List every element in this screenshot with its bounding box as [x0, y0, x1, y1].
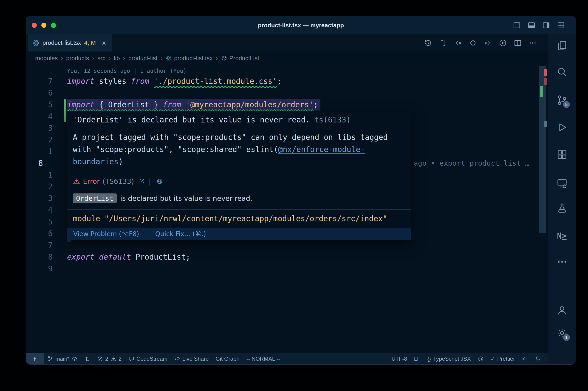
- encoding-label: UTF-8: [391, 356, 407, 362]
- lint-rule-link[interactable]: @nx/enforce-module-: [278, 145, 365, 154]
- timeline-history-icon[interactable]: [424, 39, 432, 47]
- toggle-change-icon[interactable]: [469, 39, 477, 47]
- comment-icon: [128, 356, 134, 362]
- activitybar-testing[interactable]: [557, 203, 568, 214]
- status-language-mode[interactable]: {}TypeScript JSX: [424, 353, 474, 364]
- status-problems[interactable]: 22: [94, 353, 125, 364]
- status-remote-indicator[interactable]: [26, 353, 44, 364]
- lint-message-line-1: A project tagged with "scope:products" c…: [73, 131, 405, 143]
- tab-problems-modified-badge: 4, M: [84, 39, 96, 46]
- prettier-label: Prettier: [497, 356, 515, 362]
- line-number: 6: [26, 87, 53, 99]
- activitybar-settings[interactable]: 1: [557, 328, 568, 339]
- status-vim-mode[interactable]: -- NORMAL --: [243, 353, 284, 364]
- divider: |: [149, 177, 151, 185]
- breadcrumb-item[interactable]: product-list.tsx: [166, 55, 213, 62]
- status-compare-changes[interactable]: [81, 353, 94, 364]
- line-number: 5: [26, 216, 53, 228]
- status-prettier[interactable]: ✓Prettier: [487, 353, 518, 364]
- language-mode-label: TypeScript JSX: [433, 356, 471, 362]
- tab-close-button[interactable]: ×: [102, 39, 106, 47]
- breadcrumb-label: ProductList: [230, 55, 259, 62]
- status-feedback[interactable]: [474, 353, 487, 364]
- errors-icon: [97, 356, 103, 362]
- code-token: export: [67, 252, 99, 261]
- title-bar: product-list.tsx — myreactapp: [26, 16, 576, 34]
- settings-badge: 1: [563, 334, 570, 341]
- next-change-icon[interactable]: [484, 39, 492, 47]
- activitybar-remote-explorer[interactable]: [557, 178, 568, 189]
- status-notifications[interactable]: [531, 353, 544, 364]
- code-line[interactable]: 7: [26, 239, 548, 251]
- activitybar-nx-console[interactable]: [557, 230, 568, 241]
- code-line[interactable]: 5import { OrderList } from '@myreactapp/…: [26, 99, 548, 110]
- activitybar-search[interactable]: [557, 66, 568, 77]
- codestream-label: CodeStream: [136, 356, 168, 362]
- toggle-panel-icon[interactable]: [528, 21, 535, 29]
- view-problem-button[interactable]: View Problem (⌥F8): [73, 230, 139, 238]
- open-external-icon[interactable]: [139, 178, 145, 185]
- line-number: 4: [26, 204, 53, 216]
- code-token: './product-list.module.css': [154, 77, 277, 86]
- run-debug-icon: [557, 122, 568, 133]
- status-git-graph[interactable]: Git Graph: [212, 353, 243, 364]
- status-codestream[interactable]: CodeStream: [125, 353, 171, 364]
- breadcrumb-item[interactable]: src: [97, 55, 105, 62]
- tab-product-list[interactable]: product-list.tsx 4, M ×: [28, 34, 112, 51]
- code-editor[interactable]: You, 12 seconds ago | 1 author (You) 7im…: [26, 65, 548, 353]
- zoom-window-button[interactable]: [51, 23, 56, 28]
- megaphone-icon: [522, 356, 528, 362]
- activitybar-extensions[interactable]: [557, 149, 568, 160]
- breadcrumb-item[interactable]: products: [66, 55, 89, 62]
- vim-mode-label: -- NORMAL --: [247, 356, 280, 362]
- code-line[interactable]: 8export default ProductList;: [26, 251, 548, 263]
- activitybar-accounts[interactable]: [557, 305, 568, 316]
- split-editor-icon[interactable]: [513, 39, 522, 47]
- warning-count: 2: [118, 356, 121, 362]
- code-line[interactable]: 6: [26, 87, 548, 99]
- activitybar-run-and-debug[interactable]: [557, 122, 568, 133]
- run-file-icon[interactable]: [499, 39, 507, 47]
- line-number: 4: [26, 110, 53, 122]
- code-line[interactable]: 7import styles from './product-list.modu…: [26, 75, 548, 87]
- status-eol[interactable]: LF: [411, 353, 424, 364]
- more-actions-icon[interactable]: [528, 39, 537, 47]
- error-count: 2: [105, 356, 108, 362]
- toggle-secondary-sidebar-icon[interactable]: [542, 21, 550, 29]
- breadcrumb-item[interactable]: modules: [35, 55, 58, 62]
- docs-globe-icon[interactable]: [157, 178, 163, 185]
- toggle-primary-sidebar-icon[interactable]: [513, 21, 521, 29]
- code-line[interactable]: 9: [26, 263, 548, 275]
- breadcrumb-separator: ›: [123, 55, 126, 62]
- error-detail-section: Error (TS6133) | OrderList is declared b…: [67, 171, 411, 209]
- status-announcement[interactable]: [518, 353, 531, 364]
- code-token: ;: [277, 77, 282, 86]
- line-number: 6: [26, 228, 53, 239]
- lint-rule-link[interactable]: boundaries: [73, 157, 118, 166]
- breadcrumb-item[interactable]: lib: [114, 55, 120, 62]
- git-branch-icon: [47, 356, 53, 362]
- hover-resize-handle[interactable]: [67, 238, 71, 242]
- activitybar-source-control[interactable]: 5: [557, 95, 568, 106]
- breadcrumb-separator: ›: [60, 55, 63, 62]
- breadcrumb-item[interactable]: product-list: [128, 55, 157, 62]
- status-encoding[interactable]: UTF-8: [388, 353, 411, 364]
- code-token: { OrderList }: [99, 100, 163, 109]
- line-number: 2: [26, 134, 53, 146]
- diagnostic-source: ts(6133): [314, 115, 351, 124]
- breadcrumb-label: product-list.tsx: [174, 55, 213, 62]
- status-live-share[interactable]: Live Share: [171, 353, 212, 364]
- customize-layout-icon[interactable]: [557, 21, 565, 29]
- breadcrumb-item[interactable]: ProductList: [221, 55, 259, 62]
- minimize-window-button[interactable]: [41, 23, 46, 28]
- compare-changes-icon[interactable]: [439, 39, 447, 47]
- breadcrumb-separator: ›: [92, 55, 95, 62]
- activitybar-explorer[interactable]: [557, 40, 568, 51]
- status-git-branch[interactable]: main*: [44, 353, 81, 364]
- line-number: 7: [26, 239, 53, 251]
- activitybar-more-views[interactable]: [557, 256, 568, 267]
- close-window-button[interactable]: [32, 23, 37, 28]
- previous-change-icon[interactable]: [454, 39, 462, 47]
- quick-fix-button[interactable]: Quick Fix... (⌘.): [155, 230, 206, 238]
- warnings-icon: [110, 356, 116, 362]
